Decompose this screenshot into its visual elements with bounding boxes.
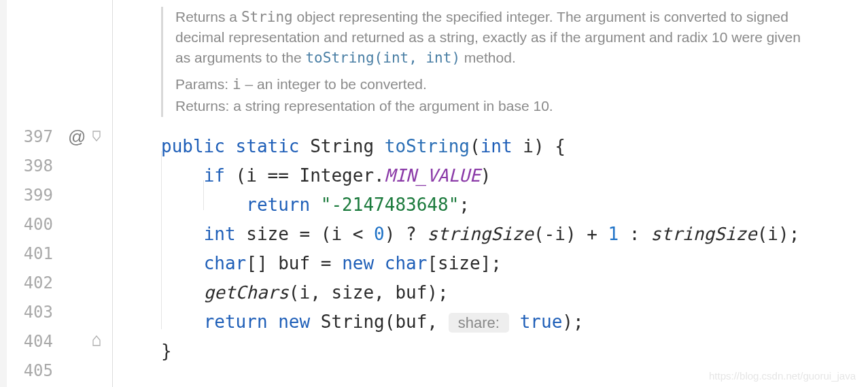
javadoc-text: method. — [460, 50, 516, 65]
line-number[interactable]: 404 — [0, 327, 61, 356]
javadoc-params: Params: i – an integer to be converted. — [175, 73, 807, 95]
javadoc-params-label: Params: — [175, 76, 228, 92]
gutter: 397 398 399 400 401 402 403 404 405 @ — [0, 0, 114, 387]
javadoc-param-name: i — [232, 76, 241, 92]
code-line[interactable]: public static String toString(int i) { — [161, 132, 868, 161]
code-line[interactable]: int size = (i < 0) ? stringSize(-i) + 1 … — [161, 220, 868, 249]
javadoc-link[interactable]: toString(int, int) — [305, 50, 460, 66]
code-line[interactable]: if (i == Integer.MIN_VALUE) — [161, 161, 868, 190]
gutter-icons: @ — [68, 122, 102, 356]
collapse-down-icon[interactable] — [91, 131, 102, 144]
javadoc-description: Returns a String object representing the… — [175, 7, 807, 68]
line-number[interactable]: 398 — [0, 152, 61, 181]
javadoc-returns-label: Returns: — [175, 98, 229, 114]
line-number[interactable]: 405 — [0, 356, 61, 386]
javadoc-code: String — [241, 9, 293, 25]
code-block[interactable]: public static String toString(int i) { i… — [161, 129, 868, 387]
line-number[interactable]: 403 — [0, 298, 61, 327]
javadoc-text: Returns a — [175, 9, 241, 24]
javadoc-block: Returns a String object representing the… — [161, 7, 807, 117]
javadoc-text: – — [241, 76, 257, 92]
watermark: https://blog.csdn.net/guorui_java — [709, 370, 856, 382]
line-number[interactable]: 400 — [0, 210, 61, 239]
code-line[interactable]: } — [161, 337, 868, 366]
collapse-up-icon[interactable] — [91, 335, 102, 349]
javadoc-returns: Returns: a string representation of the … — [175, 95, 807, 117]
line-number[interactable]: 402 — [0, 269, 61, 298]
line-number[interactable]: 397 — [0, 122, 61, 152]
code-line[interactable]: return "-2147483648"; — [161, 190, 868, 220]
code-line[interactable]: return new String(buf, share: true); — [161, 307, 868, 337]
gutter-separator — [112, 0, 113, 387]
editor-content[interactable]: Returns a String object representing the… — [114, 0, 868, 387]
line-number[interactable]: 401 — [0, 239, 61, 269]
code-line[interactable]: getChars(i, size, buf); — [161, 278, 868, 307]
code-line[interactable]: char[] buf = new char[size]; — [161, 249, 868, 278]
indent-guide — [203, 180, 204, 210]
line-numbers: 397 398 399 400 401 402 403 404 405 — [0, 122, 61, 386]
override-icon[interactable]: @ — [68, 127, 86, 148]
parameter-hint: share: — [449, 313, 509, 333]
line-number[interactable]: 399 — [0, 181, 61, 210]
javadoc-param-desc: an integer to be converted. — [257, 76, 427, 92]
indent-guide — [161, 151, 162, 329]
javadoc-returns-desc: a string representation of the argument … — [233, 98, 553, 114]
